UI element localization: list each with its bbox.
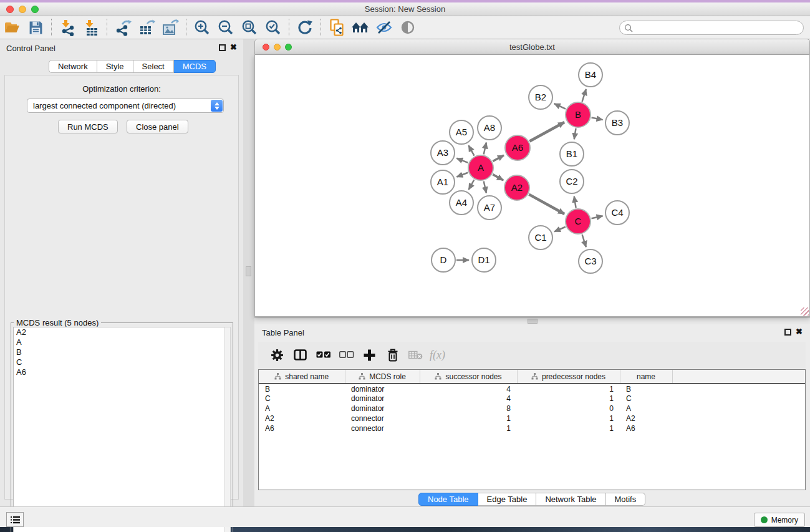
table-cell[interactable]: 1 [517,384,620,394]
column-header-shared-name[interactable]: shared name [259,370,345,384]
edge-C-C2[interactable] [574,196,576,208]
float-panel-icon[interactable] [219,44,226,51]
table-cell[interactable]: C [259,394,345,404]
column-header-predecessor-nodes[interactable]: predecessor nodes [517,370,620,384]
save-session-button[interactable] [24,17,47,37]
table-row[interactable]: Adominator80A [259,404,805,414]
table-cell[interactable]: A2 [620,414,672,423]
graph-node-A4[interactable]: A4 [450,191,473,215]
table-cell[interactable]: dominator [345,404,420,414]
tab-edge-table[interactable]: Edge Table [478,493,537,506]
export-image-button[interactable] [158,17,182,37]
delete-table-button[interactable] [404,345,427,365]
graph-node-C4[interactable]: C4 [605,201,629,225]
edge-B-B2[interactable] [554,104,566,109]
edge-B-B4[interactable] [582,89,586,102]
mcds-result-item[interactable]: C [14,357,225,367]
splitter-grip[interactable] [246,266,251,276]
graph-node-B[interactable]: B [566,102,591,127]
table-cell[interactable]: 8 [420,404,517,414]
edge-A-A8[interactable] [484,142,486,154]
graph-node-A3[interactable]: A3 [431,141,455,165]
panel-list-button[interactable] [6,512,24,527]
mcds-result-item[interactable]: A2 [14,327,225,337]
network-from-clipboard-button[interactable] [325,17,349,37]
hide-graphics-details-button[interactable] [372,17,396,37]
edge-A-A1[interactable] [456,173,468,177]
table-cell[interactable]: dominator [345,394,420,404]
close-panel-icon[interactable]: ✖ [796,327,803,336]
home-button[interactable] [349,17,372,37]
table-cell[interactable]: 4 [420,394,517,404]
criterion-dropdown[interactable]: largest connected component (directed) [27,99,224,113]
table-cell[interactable]: A6 [259,423,345,433]
minimize-window-button[interactable] [19,6,26,13]
edge-B-B3[interactable] [592,117,603,120]
network-canvas[interactable]: ABCA6A2A1A3A4A5A7A8B1B2B3B4C1C2C3C4DD1 [254,55,810,317]
show-graphics-details-button[interactable] [396,17,420,37]
table-cell[interactable]: 1 [517,423,620,433]
close-network-button[interactable] [263,44,269,51]
open-file-button[interactable] [0,17,24,37]
edge-C-C3[interactable] [582,235,586,247]
edge-A-A3[interactable] [456,158,468,163]
table-settings-button[interactable] [266,345,289,365]
table-row[interactable]: Cdominator41C [259,394,805,404]
function-builder-button[interactable]: f(x) [430,349,445,362]
close-window-button[interactable] [6,6,14,13]
graph-node-B4[interactable]: B4 [579,63,602,87]
edge-C-C4[interactable] [591,216,602,218]
export-network-button[interactable] [111,17,135,37]
graph-node-A7[interactable]: A7 [478,196,501,220]
mcds-list-scrollbar[interactable] [224,327,231,532]
mcds-result-item[interactable]: A6 [14,367,225,377]
node-table[interactable]: shared nameMCDS rolesuccessor nodesprede… [258,369,806,490]
search-box[interactable] [619,21,804,35]
table-cell[interactable]: C [620,394,672,404]
table-cell[interactable]: connector [345,423,420,433]
table-cell[interactable]: 1 [517,394,620,404]
refresh-button[interactable] [293,17,317,37]
edge-A6-B[interactable] [529,122,564,141]
graph-node-B2[interactable]: B2 [529,85,552,109]
zoom-network-button[interactable] [285,44,292,51]
graph-node-D[interactable]: D [432,248,455,272]
tab-network-table[interactable]: Network Table [536,493,605,506]
edge-B-B1[interactable] [574,128,576,140]
minimize-network-button[interactable] [274,44,281,51]
table-cell[interactable]: 1 [420,423,517,433]
zoom-window-button[interactable] [31,6,39,13]
table-cell[interactable]: B [620,384,672,394]
table-cell[interactable]: A6 [620,423,672,433]
vertical-splitter[interactable] [243,39,254,506]
import-table-button[interactable] [79,17,103,37]
graph-node-A6[interactable]: A6 [505,135,530,160]
table-cell[interactable]: 0 [517,404,620,414]
run-mcds-button[interactable]: Run MCDS [58,120,118,133]
edge-C-C1[interactable] [554,227,566,232]
edge-A-A4[interactable] [469,180,475,190]
resize-grip-icon[interactable] [801,307,809,316]
column-header-successor-nodes[interactable]: successor nodes [420,370,517,384]
export-table-button[interactable] [135,17,158,37]
tab-style[interactable]: Style [97,60,133,73]
table-cell[interactable]: A2 [259,414,345,423]
tab-motifs[interactable]: Motifs [606,493,646,506]
tab-mcds[interactable]: MCDS [174,60,216,73]
table-cell[interactable]: A [620,404,672,414]
close-panel-icon[interactable]: ✖ [230,42,237,52]
delete-columns-button[interactable] [381,345,404,365]
zoom-selected-button[interactable] [261,17,285,37]
table-cell[interactable]: 4 [420,384,517,394]
search-input[interactable] [633,24,803,32]
graph-node-A[interactable]: A [468,155,493,180]
column-header-name[interactable]: name [620,370,672,384]
graph-node-C[interactable]: C [566,209,591,234]
float-panel-icon[interactable] [784,329,791,336]
zoom-in-button[interactable] [190,17,214,37]
tab-node-table[interactable]: Node Table [418,493,478,506]
mcds-result-list[interactable]: A2ABCA6 [13,327,226,532]
import-network-button[interactable] [55,17,79,37]
graph-node-A8[interactable]: A8 [478,116,501,140]
mcds-result-item[interactable]: A [14,337,225,347]
